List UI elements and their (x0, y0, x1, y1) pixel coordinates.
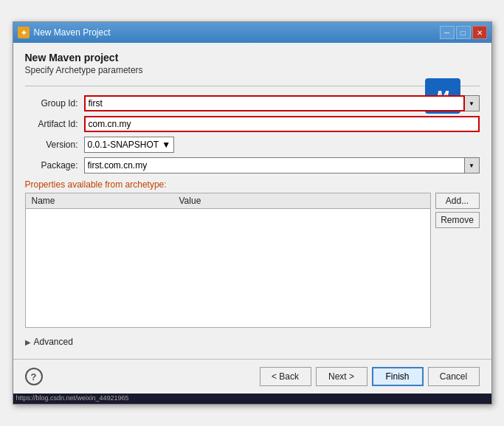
properties-table: Name Value (25, 193, 431, 328)
group-id-field-wrapper: ▼ (84, 95, 480, 111)
minimize-button[interactable]: ─ (440, 26, 455, 39)
col-value-header: Value (173, 193, 430, 208)
table-buttons: Add... Remove (435, 193, 480, 334)
artifact-id-label: Artifact Id: (25, 119, 84, 129)
artifact-id-field-wrapper (84, 116, 480, 132)
url-bar: https://blog.csdn.net/weixin_44921965 (13, 394, 491, 404)
version-row: Version: 0.0.1-SNAPSHOT ▼ (25, 137, 480, 153)
col-name-header: Name (26, 193, 173, 208)
window: ✦ New Maven Project ─ □ ✕ New Maven proj… (13, 21, 492, 405)
package-label: Package: (25, 160, 84, 171)
dialog-content: New Maven project Specify Archetype para… (13, 43, 491, 359)
add-button[interactable]: Add... (435, 193, 480, 209)
maximize-button[interactable]: □ (456, 26, 471, 39)
group-id-input[interactable] (84, 95, 465, 111)
advanced-label: Advanced (34, 337, 73, 347)
group-id-row: Group Id: ▼ (25, 95, 480, 111)
table-body[interactable] (26, 209, 430, 327)
dialog-footer: ? < Back Next > Finish Cancel (13, 359, 491, 394)
titlebar: ✦ New Maven Project ─ □ ✕ (13, 22, 491, 43)
package-input[interactable] (84, 157, 465, 174)
properties-table-wrapper: Name Value (25, 193, 431, 334)
header-divider (25, 86, 480, 86)
window-icon: ✦ (18, 27, 30, 38)
page-subtitle: Specify Archetype parameters (25, 65, 480, 75)
artifact-id-input[interactable] (84, 116, 480, 132)
group-id-dropdown-arrow[interactable]: ▼ (465, 95, 480, 111)
footer-buttons: < Back Next > Finish Cancel (260, 367, 480, 386)
group-id-label: Group Id: (25, 98, 84, 109)
finish-button[interactable]: Finish (372, 367, 424, 386)
header-row: New Maven project Specify Archetype para… (25, 52, 480, 75)
advanced-section[interactable]: ▶ Advanced (25, 337, 480, 347)
properties-section-label: Properties available from archetype: (25, 179, 480, 190)
cancel-button[interactable]: Cancel (428, 367, 480, 386)
advanced-arrow-icon: ▶ (25, 338, 31, 346)
version-value: 0.0.1-SNAPSHOT (88, 140, 159, 150)
table-header: Name Value (26, 193, 430, 209)
package-dropdown-arrow[interactable]: ▼ (465, 157, 480, 174)
properties-area: Name Value Add... Remove (25, 193, 480, 334)
back-button[interactable]: < Back (260, 367, 311, 386)
titlebar-left: ✦ New Maven Project (18, 27, 111, 38)
package-row: Package: ▼ (25, 157, 480, 174)
version-dropdown-arrow: ▼ (162, 140, 170, 150)
artifact-id-row: Artifact Id: (25, 116, 480, 132)
page-title: New Maven project (25, 52, 480, 63)
titlebar-controls: ─ □ ✕ (440, 26, 487, 39)
next-button[interactable]: Next > (316, 367, 367, 386)
help-button[interactable]: ? (25, 368, 43, 385)
remove-button[interactable]: Remove (435, 212, 480, 228)
version-select[interactable]: 0.0.1-SNAPSHOT ▼ (84, 137, 175, 153)
close-button[interactable]: ✕ (472, 26, 487, 39)
window-title: New Maven Project (34, 27, 111, 38)
version-label: Version: (25, 140, 84, 150)
package-field-wrapper: ▼ (84, 157, 480, 174)
